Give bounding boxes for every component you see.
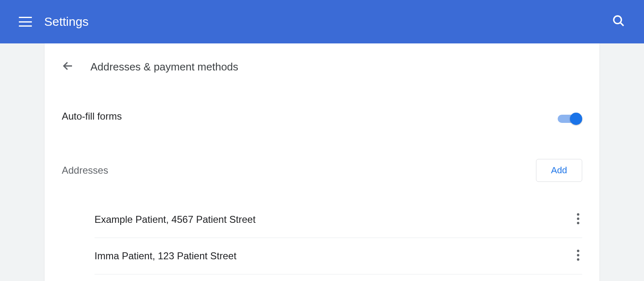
- autofill-label: Auto-fill forms: [62, 111, 122, 122]
- autofill-toggle[interactable]: [558, 112, 582, 120]
- addresses-section-header: Addresses Add: [62, 159, 582, 182]
- autofill-setting-row: Auto-fill forms: [62, 111, 582, 122]
- page-title: Addresses & payment methods: [90, 61, 238, 73]
- address-row[interactable]: Example Patient, 4567 Patient Street: [95, 202, 582, 238]
- more-vertical-icon[interactable]: [576, 213, 582, 226]
- more-vertical-icon[interactable]: [576, 249, 582, 263]
- svg-line-1: [620, 23, 624, 26]
- addresses-section-title: Addresses: [62, 165, 108, 176]
- address-list: Example Patient, 4567 Patient Street Imm…: [62, 202, 582, 274]
- add-address-button[interactable]: Add: [536, 159, 582, 182]
- menu-icon[interactable]: [19, 17, 32, 27]
- page-header: Addresses & payment methods: [62, 60, 582, 74]
- svg-point-3: [577, 213, 579, 216]
- search-icon[interactable]: [612, 14, 625, 29]
- content-card: Addresses & payment methods Auto-fill fo…: [45, 43, 599, 281]
- address-text: Example Patient, 4567 Patient Street: [95, 214, 256, 225]
- address-text: Imma Patient, 123 Patient Street: [95, 250, 236, 262]
- back-arrow-icon[interactable]: [62, 60, 74, 74]
- toggle-thumb: [570, 113, 582, 125]
- svg-point-7: [577, 254, 579, 256]
- header-left: Settings: [19, 15, 88, 29]
- svg-point-5: [577, 222, 579, 224]
- svg-point-4: [577, 218, 579, 220]
- svg-point-8: [577, 258, 579, 261]
- app-title: Settings: [44, 15, 88, 29]
- address-row[interactable]: Imma Patient, 123 Patient Street: [95, 238, 582, 274]
- app-header: Settings: [0, 0, 644, 43]
- svg-point-6: [577, 250, 579, 252]
- svg-point-0: [614, 16, 621, 24]
